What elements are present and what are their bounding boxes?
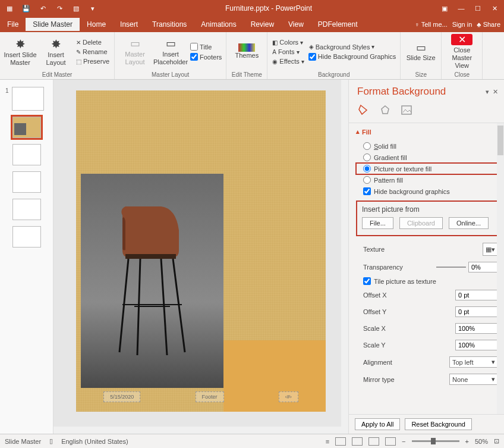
share-button[interactable]: ♣ Share — [477, 21, 500, 28]
horizontal-scrollbar[interactable] — [53, 427, 348, 434]
tab-slide-master[interactable]: Slide Master — [26, 18, 80, 31]
slide-size-button[interactable]: ▭Slide Size — [404, 34, 437, 70]
effects-button[interactable]: ◉ Effects ▾ — [271, 57, 305, 65]
start-slideshow-icon[interactable]: ▧ — [69, 1, 83, 15]
scale-y-input[interactable] — [455, 340, 498, 350]
insert-placeholder-button[interactable]: ▭Insert Placeholder — [154, 34, 187, 70]
normal-view-icon[interactable] — [335, 437, 346, 446]
fill-section-header[interactable]: ▴ Fill — [356, 128, 500, 136]
zoom-slider[interactable] — [412, 440, 459, 442]
pane-close-icon[interactable]: ✕ — [493, 88, 498, 96]
themes-button[interactable]: Themes — [230, 34, 263, 70]
maximize-icon[interactable]: ☐ — [471, 1, 485, 15]
zoom-in-button[interactable]: + — [465, 438, 469, 445]
group-size: Size — [404, 70, 437, 78]
picture-fill-radio[interactable]: Picture or texture fill — [356, 163, 500, 174]
apply-to-all-button[interactable]: Apply to All — [355, 418, 400, 430]
layout-thumbnail[interactable] — [12, 144, 41, 165]
tab-home[interactable]: Home — [80, 18, 113, 31]
spell-check-icon[interactable]: ▯ — [49, 437, 53, 445]
scale-x-input[interactable] — [455, 323, 498, 334]
slideshow-view-icon[interactable] — [385, 437, 396, 446]
gradient-fill-radio[interactable]: Gradient fill — [356, 152, 500, 163]
insert-online-button[interactable]: Online... — [449, 217, 489, 229]
layout-thumbnail[interactable] — [12, 199, 41, 220]
tell-me[interactable]: ♀ Tell me... — [415, 21, 448, 28]
notes-button[interactable]: ≡ — [326, 438, 329, 445]
status-language[interactable]: English (United States) — [61, 438, 128, 445]
insert-file-button[interactable]: File... — [362, 217, 393, 229]
close-master-view-button[interactable]: ✕Close Master View — [445, 34, 478, 70]
group-edit-master: Edit Master — [4, 70, 111, 78]
tab-file[interactable]: File — [0, 18, 26, 31]
pattern-fill-radio[interactable]: Pattern fill — [356, 174, 500, 186]
tab-review[interactable]: Review — [244, 18, 281, 31]
master-thumbnail[interactable]: 1 — [12, 87, 44, 111]
undo-icon[interactable]: ↶ — [36, 1, 50, 15]
ribbon-display-icon[interactable]: ▣ — [437, 1, 452, 15]
solid-fill-radio[interactable]: Solid fill — [356, 140, 500, 152]
redo-icon[interactable]: ↷ — [52, 1, 67, 15]
sorter-view-icon[interactable] — [352, 437, 363, 446]
insert-clipboard-button: Clipboard — [399, 217, 443, 229]
effects-tab-icon[interactable] — [379, 104, 392, 117]
date-placeholder[interactable]: 5/15/2020 — [103, 391, 140, 402]
rename-button[interactable]: ✎ Rename — [75, 48, 111, 56]
tab-pdfelement[interactable]: PDFelement — [311, 18, 365, 31]
reset-background-button[interactable]: Reset Background — [405, 418, 472, 430]
hide-bg-graphics-checkbox[interactable]: Hide background graphics — [356, 186, 500, 197]
slide-number-placeholder[interactable]: ‹#› — [279, 391, 298, 402]
insert-slide-master-button[interactable]: ✸Insert Slide Master — [4, 34, 37, 70]
pane-options-icon[interactable]: ▾ — [486, 88, 489, 96]
slide-editor[interactable]: 5/15/2020 Footer ‹#› — [53, 80, 348, 434]
group-background: Background — [271, 70, 396, 78]
offset-x-input[interactable] — [455, 290, 498, 300]
tab-transitions[interactable]: Transitions — [145, 18, 194, 31]
fonts-button[interactable]: A Fonts ▾ — [271, 48, 305, 56]
footer-placeholder[interactable]: Footer — [196, 391, 224, 402]
tab-view[interactable]: View — [281, 18, 311, 31]
fill-tab-icon[interactable] — [357, 104, 370, 117]
insert-layout-button[interactable]: ✸Insert Layout — [39, 34, 73, 70]
status-view: Slide Master — [5, 438, 41, 445]
minimize-icon[interactable]: — — [454, 1, 468, 15]
delete-button[interactable]: ✕ Delete — [75, 38, 111, 46]
statusbar: Slide Master ▯ English (United States) ≡… — [0, 434, 504, 448]
offset-y-input[interactable] — [455, 306, 498, 317]
background-styles-button[interactable]: ◈ Background Styles ▾ — [308, 43, 396, 51]
slide-image[interactable] — [81, 174, 223, 388]
close-window-icon[interactable]: ✕ — [487, 1, 502, 15]
pane-scrollbar[interactable] — [497, 123, 504, 414]
vertical-scrollbar[interactable] — [341, 80, 348, 434]
svg-rect-0 — [125, 254, 176, 259]
layout-thumbnail[interactable] — [12, 171, 41, 193]
pane-title: Format Background — [357, 86, 446, 98]
scale-x-label: Scale X — [363, 325, 386, 332]
reading-view-icon[interactable] — [368, 437, 379, 446]
layout-thumbnail[interactable] — [12, 117, 41, 138]
zoom-level[interactable]: 50% — [475, 438, 488, 445]
tab-insert[interactable]: Insert — [113, 18, 145, 31]
mirror-dropdown[interactable]: None▾ — [449, 374, 498, 385]
picture-tab-icon[interactable] — [400, 104, 413, 117]
title-checkbox[interactable]: Title — [190, 42, 222, 51]
layout-thumbnail[interactable] — [12, 226, 41, 248]
sign-in[interactable]: Sign in — [452, 21, 472, 28]
hide-bg-checkbox[interactable]: Hide Background Graphics — [308, 52, 396, 61]
zoom-out-button[interactable]: − — [402, 438, 405, 445]
slide-canvas[interactable]: 5/15/2020 Footer ‹#› — [76, 90, 326, 412]
qat-more-icon[interactable]: ▾ — [86, 1, 100, 15]
footers-checkbox[interactable]: Footers — [190, 52, 222, 61]
tile-checkbox[interactable]: Tile picture as texture — [356, 275, 500, 287]
offset-y-label: Offset Y — [363, 308, 386, 315]
texture-picker[interactable]: ▦▾ — [483, 243, 498, 256]
preserve-button[interactable]: ⬚ Preserve — [75, 57, 111, 65]
transparency-input[interactable] — [468, 262, 498, 272]
thumbnail-panel[interactable]: 1 — [0, 80, 53, 434]
save-icon[interactable]: 💾 — [19, 1, 33, 15]
fit-to-window-icon[interactable]: ⊡ — [494, 437, 499, 445]
colors-button[interactable]: ◧ Colors ▾ — [271, 38, 305, 46]
transparency-slider[interactable] — [436, 267, 466, 268]
alignment-dropdown[interactable]: Top left▾ — [449, 356, 498, 368]
tab-animations[interactable]: Animations — [194, 18, 243, 31]
